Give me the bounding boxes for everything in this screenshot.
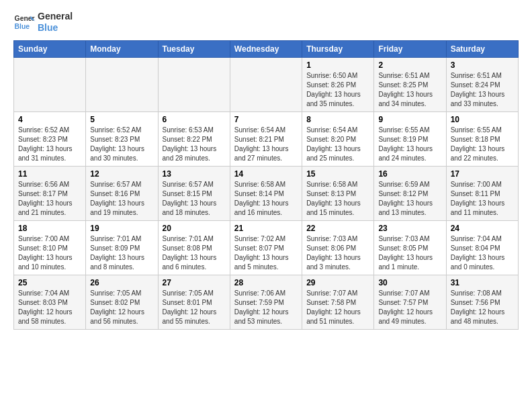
- week-row-4: 18 Sunrise: 7:00 AMSunset: 8:10 PMDaylig…: [14, 220, 519, 275]
- calendar-cell-1-2: 6 Sunrise: 6:53 AMSunset: 8:22 PMDayligh…: [158, 111, 230, 166]
- day-info: Sunrise: 7:02 AMSunset: 8:07 PMDaylight:…: [234, 234, 298, 272]
- day-info: Sunrise: 6:59 AMSunset: 8:12 PMDaylight:…: [378, 180, 441, 218]
- day-number: 22: [306, 224, 369, 233]
- header-wednesday: Wednesday: [230, 40, 302, 57]
- logo-icon: General Blue: [13, 11, 35, 33]
- day-number: 12: [90, 169, 153, 179]
- calendar-cell-3-1: 19 Sunrise: 7:01 AMSunset: 8:09 PMDaylig…: [86, 220, 158, 275]
- calendar-cell-0-0: [14, 57, 86, 111]
- day-info: Sunrise: 7:01 AMSunset: 8:09 PMDaylight:…: [90, 234, 153, 272]
- calendar-cell-2-3: 14 Sunrise: 6:58 AMSunset: 8:14 PMDaylig…: [230, 166, 302, 220]
- calendar-cell-2-6: 17 Sunrise: 7:00 AMSunset: 8:11 PMDaylig…: [446, 166, 518, 220]
- calendar-cell-0-4: 1 Sunrise: 6:50 AMSunset: 8:26 PMDayligh…: [302, 57, 374, 111]
- day-info: Sunrise: 6:52 AMSunset: 8:23 PMDaylight:…: [90, 126, 153, 163]
- day-info: Sunrise: 6:55 AMSunset: 8:18 PMDaylight:…: [451, 126, 514, 163]
- day-number: 10: [451, 115, 514, 124]
- day-info: Sunrise: 6:56 AMSunset: 8:17 PMDaylight:…: [18, 180, 81, 218]
- calendar-cell-2-2: 13 Sunrise: 6:57 AMSunset: 8:15 PMDaylig…: [158, 166, 230, 220]
- calendar-cell-1-5: 9 Sunrise: 6:55 AMSunset: 8:19 PMDayligh…: [374, 111, 446, 166]
- day-number: 24: [451, 224, 514, 233]
- day-number: 30: [378, 278, 441, 287]
- calendar-cell-3-6: 24 Sunrise: 7:04 AMSunset: 8:04 PMDaylig…: [446, 220, 518, 275]
- day-info: Sunrise: 7:03 AMSunset: 8:05 PMDaylight:…: [378, 234, 441, 272]
- day-number: 1: [306, 60, 369, 70]
- calendar-cell-4-3: 28 Sunrise: 7:06 AMSunset: 7:59 PMDaylig…: [230, 275, 302, 329]
- day-info: Sunrise: 6:55 AMSunset: 8:19 PMDaylight:…: [378, 126, 441, 163]
- day-info: Sunrise: 6:51 AMSunset: 8:24 PMDaylight:…: [451, 71, 514, 109]
- day-number: 11: [18, 169, 81, 179]
- day-info: Sunrise: 6:53 AMSunset: 8:22 PMDaylight:…: [163, 126, 226, 163]
- day-number: 17: [451, 169, 514, 179]
- calendar-cell-0-1: [86, 57, 158, 111]
- calendar-cell-4-5: 30 Sunrise: 7:07 AMSunset: 7:57 PMDaylig…: [374, 275, 446, 329]
- week-row-5: 25 Sunrise: 7:04 AMSunset: 8:03 PMDaylig…: [14, 275, 519, 329]
- calendar-cell-2-1: 12 Sunrise: 6:57 AMSunset: 8:16 PMDaylig…: [86, 166, 158, 220]
- day-info: Sunrise: 6:58 AMSunset: 8:13 PMDaylight:…: [306, 180, 369, 218]
- header-monday: Monday: [86, 40, 158, 57]
- day-number: 27: [163, 278, 226, 287]
- day-number: 7: [234, 115, 298, 124]
- week-row-2: 4 Sunrise: 6:52 AMSunset: 8:23 PMDayligh…: [14, 111, 519, 166]
- day-info: Sunrise: 6:51 AMSunset: 8:25 PMDaylight:…: [378, 71, 441, 109]
- calendar-header-row: SundayMondayTuesdayWednesdayThursdayFrid…: [14, 40, 519, 57]
- day-info: Sunrise: 6:54 AMSunset: 8:20 PMDaylight:…: [306, 126, 369, 163]
- day-number: 4: [18, 115, 81, 124]
- day-number: 26: [90, 278, 153, 287]
- day-number: 6: [163, 115, 226, 124]
- day-info: Sunrise: 7:07 AMSunset: 7:57 PMDaylight:…: [378, 289, 441, 326]
- day-info: Sunrise: 7:04 AMSunset: 8:04 PMDaylight:…: [451, 234, 514, 272]
- day-number: 16: [378, 169, 441, 179]
- calendar-cell-0-3: [230, 57, 302, 111]
- calendar-cell-1-1: 5 Sunrise: 6:52 AMSunset: 8:23 PMDayligh…: [86, 111, 158, 166]
- day-number: 13: [163, 169, 226, 179]
- header: General Blue General Blue: [13, 11, 519, 34]
- day-info: Sunrise: 6:57 AMSunset: 8:16 PMDaylight:…: [90, 180, 153, 218]
- calendar-cell-4-1: 26 Sunrise: 7:05 AMSunset: 8:02 PMDaylig…: [86, 275, 158, 329]
- day-number: 18: [18, 224, 81, 233]
- day-number: 14: [234, 169, 298, 179]
- header-thursday: Thursday: [302, 40, 374, 57]
- logo-blue: Blue: [38, 22, 73, 34]
- calendar-cell-3-4: 22 Sunrise: 7:03 AMSunset: 8:06 PMDaylig…: [302, 220, 374, 275]
- day-info: Sunrise: 7:05 AMSunset: 8:01 PMDaylight:…: [163, 289, 226, 326]
- calendar-cell-0-2: [158, 57, 230, 111]
- day-number: 29: [306, 278, 369, 287]
- header-friday: Friday: [374, 40, 446, 57]
- day-number: 3: [451, 60, 514, 70]
- header-saturday: Saturday: [446, 40, 518, 57]
- week-row-1: 1 Sunrise: 6:50 AMSunset: 8:26 PMDayligh…: [14, 57, 519, 111]
- calendar-cell-4-0: 25 Sunrise: 7:04 AMSunset: 8:03 PMDaylig…: [14, 275, 86, 329]
- calendar-cell-2-5: 16 Sunrise: 6:59 AMSunset: 8:12 PMDaylig…: [374, 166, 446, 220]
- logo: General Blue General Blue: [13, 11, 73, 34]
- calendar-cell-0-5: 2 Sunrise: 6:51 AMSunset: 8:25 PMDayligh…: [374, 57, 446, 111]
- calendar-cell-1-4: 8 Sunrise: 6:54 AMSunset: 8:20 PMDayligh…: [302, 111, 374, 166]
- day-info: Sunrise: 7:00 AMSunset: 8:11 PMDaylight:…: [451, 180, 514, 218]
- calendar-cell-4-6: 31 Sunrise: 7:08 AMSunset: 7:56 PMDaylig…: [446, 275, 518, 329]
- header-tuesday: Tuesday: [158, 40, 230, 57]
- calendar-cell-2-0: 11 Sunrise: 6:56 AMSunset: 8:17 PMDaylig…: [14, 166, 86, 220]
- calendar-cell-3-0: 18 Sunrise: 7:00 AMSunset: 8:10 PMDaylig…: [14, 220, 86, 275]
- day-number: 9: [378, 115, 441, 124]
- calendar-cell-1-0: 4 Sunrise: 6:52 AMSunset: 8:23 PMDayligh…: [14, 111, 86, 166]
- day-info: Sunrise: 7:03 AMSunset: 8:06 PMDaylight:…: [306, 234, 369, 272]
- day-info: Sunrise: 7:04 AMSunset: 8:03 PMDaylight:…: [18, 289, 81, 326]
- calendar-cell-1-6: 10 Sunrise: 6:55 AMSunset: 8:18 PMDaylig…: [446, 111, 518, 166]
- calendar-cell-4-2: 27 Sunrise: 7:05 AMSunset: 8:01 PMDaylig…: [158, 275, 230, 329]
- day-info: Sunrise: 7:01 AMSunset: 8:08 PMDaylight:…: [163, 234, 226, 272]
- day-info: Sunrise: 7:05 AMSunset: 8:02 PMDaylight:…: [90, 289, 153, 326]
- day-info: Sunrise: 6:57 AMSunset: 8:15 PMDaylight:…: [163, 180, 226, 218]
- day-info: Sunrise: 6:54 AMSunset: 8:21 PMDaylight:…: [234, 126, 298, 163]
- day-number: 8: [306, 115, 369, 124]
- day-number: 25: [18, 278, 81, 287]
- day-info: Sunrise: 7:08 AMSunset: 7:56 PMDaylight:…: [451, 289, 514, 326]
- day-info: Sunrise: 7:06 AMSunset: 7:59 PMDaylight:…: [234, 289, 298, 326]
- calendar-cell-2-4: 15 Sunrise: 6:58 AMSunset: 8:13 PMDaylig…: [302, 166, 374, 220]
- calendar-cell-3-2: 20 Sunrise: 7:01 AMSunset: 8:08 PMDaylig…: [158, 220, 230, 275]
- day-info: Sunrise: 6:58 AMSunset: 8:14 PMDaylight:…: [234, 180, 298, 218]
- calendar-table: SundayMondayTuesdayWednesdayThursdayFrid…: [13, 40, 519, 330]
- day-number: 20: [163, 224, 226, 233]
- calendar-cell-4-4: 29 Sunrise: 7:07 AMSunset: 7:58 PMDaylig…: [302, 275, 374, 329]
- calendar-cell-3-3: 21 Sunrise: 7:02 AMSunset: 8:07 PMDaylig…: [230, 220, 302, 275]
- day-number: 21: [234, 224, 298, 233]
- week-row-3: 11 Sunrise: 6:56 AMSunset: 8:17 PMDaylig…: [14, 166, 519, 220]
